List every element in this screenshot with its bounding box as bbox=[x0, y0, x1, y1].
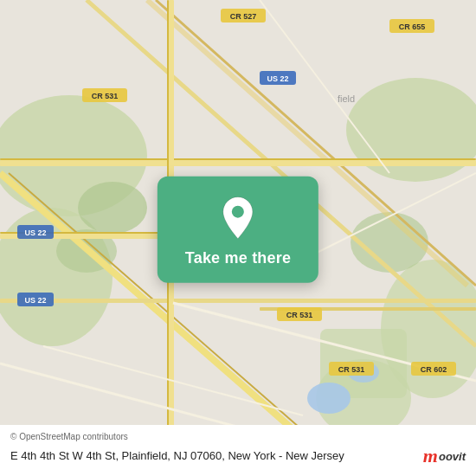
svg-point-7 bbox=[307, 383, 351, 414]
svg-rect-18 bbox=[0, 158, 476, 160]
svg-text:CR 531: CR 531 bbox=[92, 92, 119, 100]
moovit-m-letter: m bbox=[423, 445, 438, 467]
svg-text:CR 602: CR 602 bbox=[421, 365, 447, 374]
map-container: CR 527 US 22 CR 655 CR 531 US 22 US 22 C… bbox=[0, 0, 476, 476]
take-me-there-label: Take me there bbox=[185, 249, 291, 267]
bottom-bar: © OpenStreetMap contributors E 4th 4th S… bbox=[0, 425, 476, 476]
address-text: E 4th 4th St W 4th St, Plainfield, NJ 07… bbox=[10, 448, 415, 464]
svg-text:US 22: US 22 bbox=[267, 74, 288, 83]
take-me-there-button[interactable]: Take me there bbox=[158, 177, 318, 283]
attribution: © OpenStreetMap contributors bbox=[10, 432, 466, 441]
svg-point-9 bbox=[78, 182, 147, 234]
location-pin-icon bbox=[219, 196, 257, 241]
svg-rect-17 bbox=[0, 160, 476, 166]
moovit-word: oovit bbox=[439, 450, 466, 463]
svg-point-49 bbox=[232, 206, 244, 218]
svg-text:CR 531: CR 531 bbox=[286, 311, 313, 319]
svg-text:US 22: US 22 bbox=[24, 296, 46, 305]
svg-text:CR 531: CR 531 bbox=[338, 365, 365, 374]
svg-text:US 22: US 22 bbox=[24, 228, 46, 237]
attribution-text: © OpenStreetMap contributors bbox=[10, 432, 128, 441]
moovit-logo: m oovit bbox=[423, 445, 466, 467]
address-row: E 4th 4th St W 4th St, Plainfield, NJ 07… bbox=[10, 445, 466, 467]
svg-text:CR 527: CR 527 bbox=[230, 12, 257, 21]
svg-text:CR 655: CR 655 bbox=[399, 23, 426, 31]
svg-rect-21 bbox=[0, 299, 476, 303]
svg-text:field: field bbox=[338, 93, 355, 104]
